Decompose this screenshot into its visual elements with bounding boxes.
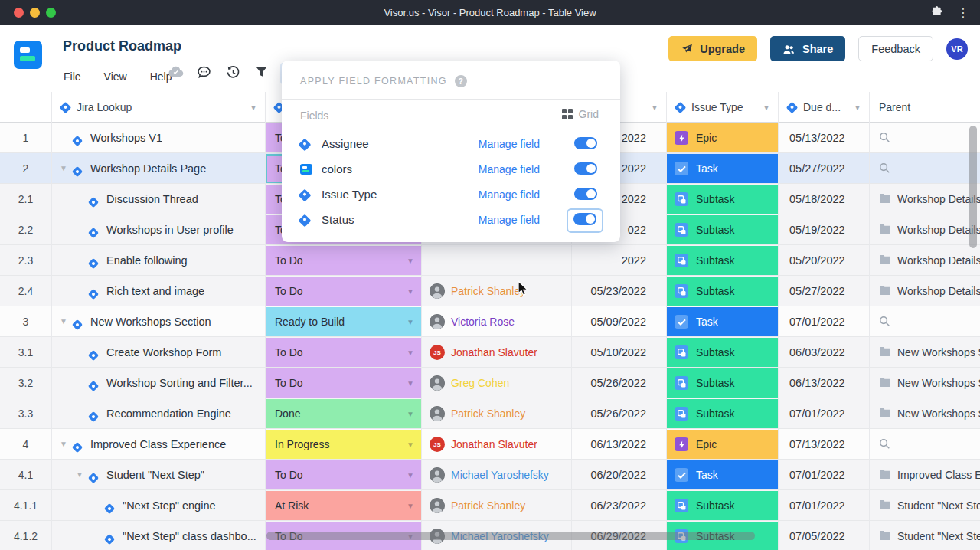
issue-type-cell[interactable]: Subtask <box>667 368 779 398</box>
help-icon[interactable]: ? <box>455 75 467 87</box>
parent-cell[interactable]: Workshop Details Page <box>870 214 980 245</box>
start-date-cell[interactable]: 05/26/2022 <box>572 398 667 429</box>
menu-view[interactable]: View <box>104 70 127 83</box>
jira-lookup-cell[interactable]: ▼ "Next Step" engine <box>52 490 266 521</box>
start-date-cell[interactable]: 05/10/2022 <box>572 337 667 368</box>
column-dropdown-icon[interactable]: ▼ <box>250 103 257 112</box>
row-number[interactable]: 2 <box>0 153 52 184</box>
due-date-column-header[interactable]: Due d... ▼ <box>779 92 870 123</box>
assignee-cell[interactable]: JS Jonathan Slavuter <box>422 337 572 368</box>
field-toggle[interactable] <box>574 162 597 175</box>
status-dropdown-icon[interactable]: ▼ <box>407 257 414 265</box>
status-cell[interactable]: In Progress▼ <box>266 429 422 460</box>
issue-type-column-header[interactable]: Issue Type ▼ <box>667 92 779 123</box>
assignee-cell[interactable]: Greg Cohen <box>422 368 572 398</box>
status-dropdown-icon[interactable]: ▼ <box>407 471 414 480</box>
due-date-cell[interactable]: 05/19/2022 <box>779 214 870 245</box>
column-dropdown-icon[interactable]: ▼ <box>763 103 770 112</box>
status-dropdown-icon[interactable]: ▼ <box>407 318 414 326</box>
grid-toggle[interactable]: Grid <box>562 108 599 120</box>
jira-lookup-cell[interactable]: ▼ Student "Next Step" <box>52 460 266 490</box>
due-date-cell[interactable]: 05/27/2022 <box>779 153 870 184</box>
jira-lookup-cell[interactable]: ▼ Create Workshop Form <box>52 337 266 368</box>
due-date-cell[interactable]: 06/03/2022 <box>779 337 870 368</box>
filter-icon[interactable] <box>254 64 269 79</box>
parent-cell[interactable]: New Workshops Section <box>870 368 980 398</box>
manage-field-link[interactable]: Manage field <box>479 188 540 201</box>
parent-cell[interactable]: New Workshops Section <box>870 337 980 368</box>
status-cell[interactable]: Done▼ <box>266 398 422 429</box>
jira-lookup-cell[interactable]: ▼ Rich text and image <box>52 276 266 306</box>
row-number[interactable]: 3.2 <box>0 368 52 398</box>
issue-type-cell[interactable]: Task <box>667 460 779 490</box>
status-cell[interactable]: To Do▼ <box>266 337 422 368</box>
status-cell[interactable]: To Do▼ <box>266 460 422 490</box>
issue-type-cell[interactable]: Subtask <box>667 184 779 214</box>
column-dropdown-icon[interactable]: ▼ <box>854 103 861 112</box>
parent-cell[interactable]: Student "Next Step" <box>870 490 980 521</box>
due-date-cell[interactable]: 05/18/2022 <box>779 184 870 214</box>
due-date-cell[interactable]: 07/05/2022 <box>779 521 870 550</box>
issue-type-cell[interactable]: Subtask <box>667 276 779 306</box>
row-number[interactable]: 2.2 <box>0 214 52 245</box>
parent-cell[interactable] <box>870 429 980 460</box>
assignee-cell[interactable]: Patrick Shanley <box>422 276 572 306</box>
extensions-puzzle-icon[interactable] <box>930 6 943 19</box>
status-dropdown-icon[interactable]: ▼ <box>407 349 414 357</box>
jira-lookup-cell[interactable]: ▼ Recommendation Engine <box>52 398 266 429</box>
user-avatar[interactable]: VR <box>946 38 968 60</box>
jira-lookup-cell[interactable]: ▼ Workshops in User profile <box>52 214 266 245</box>
menu-file[interactable]: File <box>64 70 81 83</box>
issue-type-cell[interactable]: Subtask <box>667 490 779 521</box>
column-dropdown-icon[interactable]: ▼ <box>651 103 658 112</box>
assignee-cell[interactable]: Victoria Rose <box>422 306 572 337</box>
issue-type-cell[interactable]: Epic <box>667 123 779 153</box>
parent-cell[interactable] <box>870 306 980 337</box>
parent-cell[interactable]: Workshop Details Page <box>870 245 980 276</box>
due-date-cell[interactable]: 06/13/2022 <box>779 368 870 398</box>
row-number[interactable]: 3.3 <box>0 398 52 429</box>
expand-chevron-icon[interactable]: ▼ <box>76 470 83 479</box>
due-date-cell[interactable]: 07/13/2022 <box>779 429 870 460</box>
browser-menu-icon[interactable]: ⋮ <box>957 7 969 19</box>
start-date-cell[interactable]: 05/26/2022 <box>572 368 667 398</box>
field-toggle[interactable] <box>574 188 597 200</box>
issue-type-cell[interactable]: Subtask <box>667 398 779 429</box>
expand-chevron-icon[interactable]: ▼ <box>60 440 67 448</box>
assignee-cell[interactable] <box>422 245 572 276</box>
row-number[interactable]: 2.3 <box>0 245 52 276</box>
visor-logo[interactable] <box>14 41 42 69</box>
start-date-cell[interactable]: 06/23/2022 <box>572 490 667 521</box>
field-toggle[interactable] <box>574 137 597 149</box>
status-dropdown-icon[interactable]: ▼ <box>407 287 414 296</box>
horizontal-scrollbar[interactable] <box>266 532 755 540</box>
jira-lookup-column-header[interactable]: Jira Lookup ▼ <box>52 92 266 123</box>
row-number[interactable]: 2.4 <box>0 276 52 306</box>
assignee-cell[interactable]: JS Jonathan Slavuter <box>422 429 572 460</box>
jira-lookup-cell[interactable]: ▼ "Next Step" class dashbo... <box>52 521 266 550</box>
start-date-cell[interactable]: 06/13/2022 <box>572 429 667 460</box>
jira-lookup-cell[interactable]: ▼ Workshop Sorting and Filter... <box>52 368 266 398</box>
row-number[interactable]: 4.1.1 <box>0 490 52 521</box>
manage-field-link[interactable]: Manage field <box>479 163 540 175</box>
minimize-window-button[interactable] <box>30 8 40 18</box>
jira-lookup-cell[interactable]: ▼ Workshops V1 <box>52 123 266 153</box>
row-number[interactable]: 3 <box>0 306 52 337</box>
row-number[interactable]: 4.1.2 <box>0 521 52 550</box>
parent-cell[interactable] <box>870 153 980 184</box>
field-toggle[interactable] <box>573 213 596 225</box>
issue-type-cell[interactable]: Subtask <box>667 245 779 276</box>
comments-icon[interactable] <box>196 64 212 80</box>
jira-lookup-cell[interactable]: ▼ New Workshops Section <box>52 306 266 337</box>
jira-lookup-cell[interactable]: ▼ Discussion Thread <box>52 184 266 214</box>
status-dropdown-icon[interactable]: ▼ <box>407 379 414 388</box>
assignee-cell[interactable]: Michael Yaroshefsky <box>422 460 572 490</box>
due-date-cell[interactable]: 07/01/2022 <box>779 460 870 490</box>
parent-cell[interactable]: Improved Class Experience <box>870 460 980 490</box>
upgrade-button[interactable]: Upgrade <box>668 36 757 61</box>
due-date-cell[interactable]: 07/01/2022 <box>779 490 870 521</box>
status-cell[interactable]: To Do▼ <box>266 368 422 398</box>
row-number[interactable]: 4 <box>0 429 52 460</box>
parent-cell[interactable]: Workshop Details Page <box>870 276 980 306</box>
expand-chevron-icon[interactable]: ▼ <box>60 164 67 172</box>
